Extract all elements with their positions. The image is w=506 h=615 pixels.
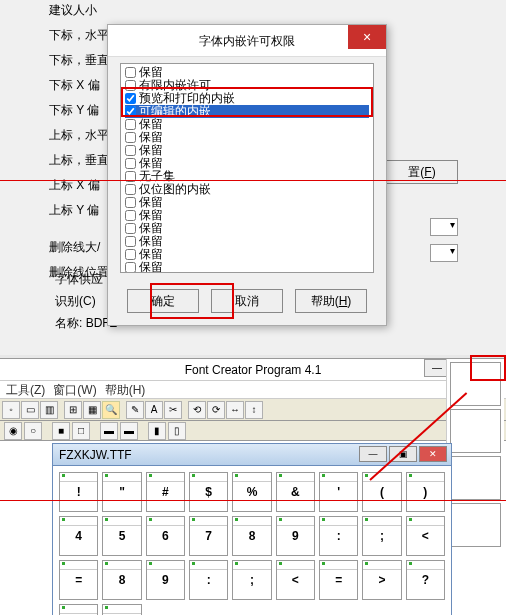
tool-button[interactable]: ▭: [21, 401, 39, 419]
glyph-cell[interactable]: >: [362, 560, 401, 600]
glyph-cell[interactable]: 4: [59, 516, 98, 556]
close-icon[interactable]: ✕: [419, 446, 447, 462]
checkbox[interactable]: [125, 158, 136, 169]
menu-help[interactable]: 帮助(H): [105, 381, 146, 398]
radio-icon[interactable]: ◉: [4, 422, 22, 440]
checkbox[interactable]: [125, 67, 136, 78]
glyph-cell[interactable]: 6: [146, 516, 185, 556]
window-title: Font Creator Program 4.1 — □ ×: [0, 359, 506, 381]
glyph-cell[interactable]: :: [319, 516, 358, 556]
glyph-cell[interactable]: :: [189, 560, 228, 600]
menu-window[interactable]: 窗口(W): [53, 381, 96, 398]
glyph-cell[interactable]: 7: [189, 516, 228, 556]
tool-button[interactable]: A: [145, 401, 163, 419]
glyph-cell[interactable]: 8: [102, 560, 141, 600]
cancel-button[interactable]: 取消: [211, 289, 283, 313]
tool-button[interactable]: ◦: [2, 401, 20, 419]
font-creator-window: Font Creator Program 4.1 — □ × 工具(Z) 窗口(…: [0, 358, 506, 615]
tool-button-active[interactable]: 🔍: [102, 401, 120, 419]
tool-button[interactable]: ⟲: [188, 401, 206, 419]
tool-button[interactable]: ↔: [226, 401, 244, 419]
glyph-cell[interactable]: @: [59, 604, 98, 615]
tool-button[interactable]: ✎: [126, 401, 144, 419]
dropdown-stub[interactable]: [430, 218, 458, 236]
tool-button[interactable]: ▥: [40, 401, 58, 419]
tool-button[interactable]: ⟳: [207, 401, 225, 419]
glyph-cell[interactable]: #: [146, 472, 185, 512]
tool-button[interactable]: ↕: [245, 401, 263, 419]
glyph-cell[interactable]: =: [59, 560, 98, 600]
toolbar-1: ◦ ▭ ▥ ⊞ ▦ 🔍 ✎ A ✂ ⟲ ⟳ ↔ ↕: [0, 399, 506, 421]
glyph-cell[interactable]: ': [319, 472, 358, 512]
glyph-cell[interactable]: <: [406, 516, 445, 556]
glyph-cell[interactable]: ?: [406, 560, 445, 600]
max-icon[interactable]: ▣: [389, 446, 417, 462]
dialog-title: 字体内嵌许可权限 ×: [108, 25, 386, 57]
glyph-cell[interactable]: %: [232, 472, 271, 512]
glyph-cell[interactable]: 5: [102, 516, 141, 556]
embed-permission-dialog: 字体内嵌许可权限 × 保留有限内嵌许可预览和打印的内嵌可编辑的内嵌保留保留保留保…: [107, 24, 387, 326]
glyph-grid[interactable]: !"#$%&'()456789:;<=89:;<=>?@A: [53, 466, 451, 615]
checkbox[interactable]: [125, 80, 136, 91]
glyph-cell[interactable]: !: [59, 472, 98, 512]
permission-item[interactable]: 保留: [125, 261, 369, 273]
permission-checklist[interactable]: 保留有限内嵌许可预览和打印的内嵌可编辑的内嵌保留保留保留保留无子集仅位图的内嵌保…: [120, 63, 374, 273]
checkbox[interactable]: [125, 184, 136, 195]
glyph-cell[interactable]: ;: [232, 560, 271, 600]
checkbox[interactable]: [125, 236, 136, 247]
checkbox[interactable]: [125, 210, 136, 221]
tool-button[interactable]: ⊞: [64, 401, 82, 419]
glyph-window: FZXKJW.TTF — ▣ ✕ !"#$%&'()456789:;<=89:;…: [52, 443, 452, 615]
glyph-cell[interactable]: ": [102, 472, 141, 512]
glyph-cell[interactable]: =: [319, 560, 358, 600]
checkbox[interactable]: [125, 197, 136, 208]
checkbox[interactable]: [125, 145, 136, 156]
tool-button[interactable]: ✂: [164, 401, 182, 419]
tool-button[interactable]: ▦: [83, 401, 101, 419]
annotation-line: [0, 180, 506, 181]
help-button[interactable]: 帮助(H): [295, 289, 367, 313]
menu-bar[interactable]: 工具(Z) 窗口(W) 帮助(H): [0, 381, 506, 399]
glyph-cell[interactable]: <: [276, 560, 315, 600]
checkbox[interactable]: [125, 93, 136, 104]
checkbox[interactable]: [125, 106, 136, 117]
annotation-line: [0, 500, 506, 501]
glyph-cell[interactable]: 8: [232, 516, 271, 556]
glyph-cell[interactable]: A: [102, 604, 141, 615]
glyph-window-title: FZXKJW.TTF — ▣ ✕: [53, 444, 451, 466]
checkbox[interactable]: [125, 132, 136, 143]
close-icon[interactable]: ×: [348, 25, 386, 49]
checkbox[interactable]: [125, 119, 136, 130]
glyph-cell[interactable]: 9: [146, 560, 185, 600]
glyph-cell[interactable]: &: [276, 472, 315, 512]
dropdown-stub[interactable]: [430, 244, 458, 262]
checkbox[interactable]: [125, 223, 136, 234]
checkbox[interactable]: [125, 249, 136, 260]
glyph-cell[interactable]: ;: [362, 516, 401, 556]
glyph-cell[interactable]: $: [189, 472, 228, 512]
glyph-cell[interactable]: 9: [276, 516, 315, 556]
menu-tools[interactable]: 工具(Z): [6, 381, 45, 398]
checkbox[interactable]: [125, 262, 136, 273]
glyph-sidebar: [446, 359, 504, 615]
min-icon[interactable]: —: [359, 446, 387, 462]
toolbar-2: ◉○ ■□ ▬▬ ▮▯: [0, 421, 506, 441]
glyph-cell[interactable]: ): [406, 472, 445, 512]
glyph-cell[interactable]: (: [362, 472, 401, 512]
ok-button[interactable]: 确定: [127, 289, 199, 313]
